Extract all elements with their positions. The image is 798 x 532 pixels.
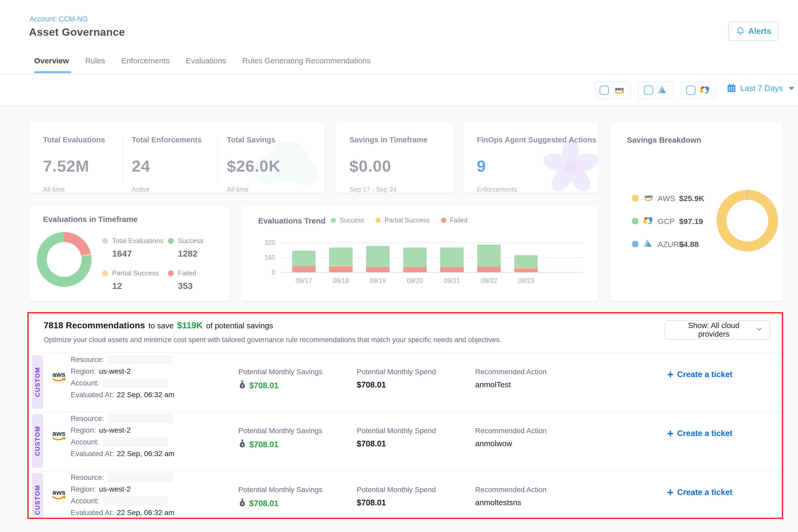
legend-partial-success: Partial Success 12 xyxy=(102,269,159,291)
gcp-icon xyxy=(699,85,711,95)
potential-monthly-savings: Potential Monthly Savings $ $708.01 xyxy=(239,486,322,509)
legend-dot xyxy=(102,238,108,244)
region-value: us-west-2 xyxy=(99,426,131,435)
date-range-dropdown[interactable]: Last 7 Days xyxy=(726,83,794,94)
recommendation-row[interactable]: CUSTOM aws Resource: Region:us-west-2 Ac… xyxy=(29,412,782,471)
gcp-icon xyxy=(643,216,654,226)
trend-x-labels: 09/1709/1809/1909/2009/2109/2209/23 xyxy=(292,277,538,285)
total-enforcements-sub: Active xyxy=(132,186,202,193)
bar-segment-success xyxy=(514,255,538,268)
cloud-provider-filter-dropdown[interactable]: Show: All cloud providers xyxy=(665,320,770,340)
svg-text:aws: aws xyxy=(52,489,65,496)
redacted-resource xyxy=(108,414,173,423)
x-tick: 09/23 xyxy=(514,277,538,285)
potential-monthly-savings: Potential Monthly Savings $ $708.01 xyxy=(239,368,322,391)
azure-swatch xyxy=(632,241,639,247)
recommendation-row[interactable]: CUSTOM aws Resource: Region:us-west-2 Ac… xyxy=(29,471,782,519)
aws-savings-value: $25.9K xyxy=(679,194,704,203)
alerts-button[interactable]: Alerts xyxy=(728,22,778,41)
savings-in-timeframe-card: Savings in Timeframe $0.00 Sep 17 - Sep … xyxy=(336,122,454,193)
x-tick: 09/22 xyxy=(477,277,501,285)
aws-icon: aws xyxy=(49,487,69,502)
x-tick: 09/18 xyxy=(329,277,353,285)
breadcrumb-account[interactable]: Account: CCM-NG xyxy=(30,15,88,23)
tab-rules-generating-recommendations[interactable]: Rules Generating Recommendations xyxy=(242,56,370,72)
redacted-account xyxy=(103,496,168,506)
plus-icon: + xyxy=(667,428,673,439)
aws-checkbox[interactable] xyxy=(600,86,609,95)
redacted-account xyxy=(103,437,168,447)
bar-segment-failed xyxy=(292,266,316,272)
x-axis xyxy=(281,272,583,273)
evaluated-at-value: 22 Sep, 06:32 am xyxy=(117,391,174,399)
recommended-action: Recommended Action anmolTest xyxy=(475,368,547,389)
recommendations-title: 7818 Recommendations to save $119K of po… xyxy=(43,320,273,330)
total-savings-value: $26.0K xyxy=(227,157,281,175)
svg-text:aws: aws xyxy=(52,370,65,378)
potential-monthly-spend: Potential Monthly Spend $708.01 xyxy=(357,486,436,508)
y-tick: 0 xyxy=(260,269,276,276)
tab-evaluations[interactable]: Evaluations xyxy=(186,56,226,72)
custom-tag: CUSTOM xyxy=(32,473,43,519)
provider-filter-aws[interactable]: aws xyxy=(595,81,631,99)
evaluations-trend-title: Evaluations Trend xyxy=(258,216,325,225)
azure-checkbox[interactable] xyxy=(644,86,653,95)
x-tick: 09/20 xyxy=(403,277,426,285)
provider-filter-gcp[interactable] xyxy=(681,81,716,99)
bar-segment-failed xyxy=(403,267,426,272)
money-bag-icon: $ xyxy=(239,498,246,509)
legend-total-evaluations: Total Evaluations 1647 xyxy=(102,237,164,259)
trend-bar-09/17 xyxy=(292,251,316,272)
savings-in-timeframe-label: Savings in Timeframe xyxy=(349,136,428,144)
finops-actions-label: FinOps Agent Suggested Actions xyxy=(477,136,596,144)
total-savings-sub: All-time xyxy=(227,186,281,193)
provider-filter-azure[interactable] xyxy=(638,81,673,99)
trend-bar-09/23 xyxy=(514,255,538,272)
custom-tag: CUSTOM xyxy=(32,414,43,468)
create-ticket-button[interactable]: + Create a ticket xyxy=(667,428,732,439)
date-range-label: Last 7 Days xyxy=(740,84,783,93)
total-evaluations-value: 7.52M xyxy=(43,157,105,175)
evaluations-in-timeframe-title: Evaluations in Timeframe xyxy=(43,215,138,224)
donut-hole xyxy=(47,242,82,277)
legend-dot xyxy=(102,270,108,276)
svg-text:$: $ xyxy=(241,502,243,506)
create-ticket-button[interactable]: + Create a ticket xyxy=(667,369,732,380)
gcp-checkbox[interactable] xyxy=(686,86,696,95)
total-savings-label: Total Savings xyxy=(227,136,281,144)
trend-bar-09/21 xyxy=(440,247,464,272)
trend-legend: Success Partial Success Failed xyxy=(331,216,468,224)
bar-segment-success xyxy=(477,245,501,267)
create-ticket-button[interactable]: + Create a ticket xyxy=(667,487,732,498)
potential-savings-amount: $119K xyxy=(177,320,203,330)
finops-actions-card: FinOps Agent Suggested Actions 9 Enforce… xyxy=(463,122,598,193)
redacted-resource xyxy=(108,355,173,364)
y-tick: 320 xyxy=(260,239,276,246)
azure-icon xyxy=(657,85,667,95)
x-tick: 09/19 xyxy=(366,277,390,285)
gcp-name: GCP xyxy=(658,217,674,226)
tab-rules[interactable]: Rules xyxy=(85,56,105,72)
recommendation-rows: CUSTOM aws Resource: Region:us-west-2 Ac… xyxy=(29,353,782,519)
azure-icon xyxy=(643,239,653,249)
plus-icon: + xyxy=(667,487,673,498)
bar-segment-success xyxy=(329,247,353,266)
recommendation-row[interactable]: CUSTOM aws Resource: Region:us-west-2 Ac… xyxy=(29,353,782,412)
recommendations-section: 7818 Recommendations to save $119K of po… xyxy=(27,312,783,519)
potential-monthly-savings: Potential Monthly Savings $ $708.01 xyxy=(239,426,322,450)
bar-segment-success xyxy=(366,246,390,267)
tab-overview[interactable]: Overview xyxy=(34,56,69,72)
trend-bar-09/18 xyxy=(329,247,353,272)
legend-success: Success 1282 xyxy=(168,237,204,259)
aws-icon: aws xyxy=(613,85,626,96)
savings-in-timeframe-sub: Sep 17 - Sep 24 xyxy=(349,186,428,193)
resource-details: Resource: Region:us-west-2 Account: Eval… xyxy=(71,415,174,461)
resource-details: Resource: Region:us-west-2 Account: Eval… xyxy=(71,474,174,519)
savings-breakdown-title: Savings Breakdown xyxy=(627,136,701,145)
total-enforcements-value: 24 xyxy=(132,157,202,175)
money-bag-icon: $ xyxy=(239,380,246,391)
total-evaluations-label: Total Evaluations xyxy=(43,136,105,144)
tab-enforcements[interactable]: Enforcements xyxy=(121,56,170,72)
page-title: Asset Governance xyxy=(29,26,125,38)
azure-savings-value: $4.88 xyxy=(679,240,699,249)
